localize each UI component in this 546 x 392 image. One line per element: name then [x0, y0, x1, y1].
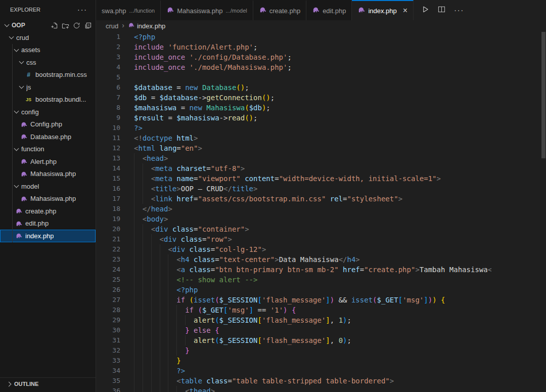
code-line[interactable]: 6$database = new Database(); [96, 82, 546, 93]
code-line[interactable]: 20<div class="container"> [96, 224, 546, 234]
js-file-icon: JS [25, 97, 32, 102]
tree-item-label: model [21, 183, 39, 190]
line-number: 35 [96, 376, 120, 386]
split-editor-button[interactable] [438, 6, 445, 15]
code-line[interactable]: 32} [96, 345, 546, 356]
code-line[interactable]: 26<?php [96, 285, 546, 295]
code-editor[interactable]: 1<?php2include 'function/Alert.php';3inc… [96, 31, 546, 392]
indent-guide [134, 356, 176, 366]
tab-mahasiswa-php[interactable]: Mahasiswa.php.../model [161, 0, 253, 20]
tree-item-mahasiswa-php[interactable]: Mahasiswa.php [0, 168, 96, 181]
refresh-icon[interactable] [73, 22, 80, 29]
code-line[interactable]: 1<?php [96, 32, 546, 42]
line-number: 31 [96, 335, 120, 345]
tab-edit-php[interactable]: edit.php [306, 0, 352, 20]
tree-item-edit-php[interactable]: edit.php [0, 217, 96, 230]
line-number: 3 [96, 52, 120, 62]
code-line[interactable]: 34?> [96, 366, 546, 376]
tree-item-label: crud [16, 34, 29, 41]
code-line[interactable]: 10?> [96, 123, 546, 133]
collapse-all-icon[interactable] [84, 22, 92, 29]
tree-item-assets[interactable]: assets [0, 44, 96, 57]
tree-item-create-php[interactable]: create.php [0, 205, 96, 217]
line-number: 24 [96, 265, 120, 275]
tree-item-config-php[interactable]: Config.php [0, 118, 96, 131]
indent-guide [134, 153, 143, 163]
code-line[interactable]: 8$mahasiswa = new Mahasiswa($db); [96, 103, 546, 113]
workspace-section-header[interactable]: OOP [0, 19, 96, 31]
code-line[interactable]: 3include_once './config/Database.php'; [96, 52, 546, 62]
minimap[interactable]: <?phpinclude 'function/Alert.php';includ… [491, 31, 541, 392]
line-number: 29 [96, 315, 120, 325]
code-line[interactable]: 33} [96, 356, 546, 366]
code-line[interactable]: 27if (isset($_SESSION['flash_message']) … [96, 295, 546, 305]
scrollbar[interactable] [541, 20, 546, 392]
editor-actions: ··· [414, 0, 546, 20]
tree-item-js[interactable]: js [0, 81, 96, 94]
code-line[interactable]: 24<a class="btn btn-primary btn-sm mb-2"… [96, 265, 546, 275]
new-file-icon[interactable] [51, 22, 58, 29]
code-line[interactable]: 18</head> [96, 204, 546, 214]
php-file-icon [20, 158, 27, 165]
code-line[interactable]: 36<thead> [96, 386, 546, 392]
editor-more-icon[interactable]: ··· [454, 6, 464, 14]
code-line[interactable]: 31alert($_SESSION['flash_message'], 0); [96, 335, 546, 345]
code-line[interactable]: 23<h4 class="text-center">Data Mahasiswa… [96, 254, 546, 265]
code-line[interactable]: 17<link href="assets/css/bootstrap.min.c… [96, 194, 546, 204]
indent-guide [134, 244, 168, 254]
php-file-icon [166, 6, 174, 15]
tree-item-alert-php[interactable]: Alert.php [0, 155, 96, 168]
close-icon[interactable]: × [403, 7, 407, 15]
tree-item-bootstrap-min-css[interactable]: #bootstrap.min.css [0, 69, 96, 81]
tree-item-mahasiswa-php[interactable]: Mahasiswa.php [0, 193, 96, 205]
code-line[interactable]: 12<html lang="en"> [96, 143, 546, 153]
scrollbar-thumb[interactable] [541, 32, 545, 158]
run-button[interactable] [422, 6, 429, 15]
tree-item-config[interactable]: config [0, 106, 96, 118]
code-line[interactable]: 9$result = $mahasiswa->read(); [96, 113, 546, 123]
tree-indent-guide [12, 44, 13, 242]
outline-section-header[interactable]: OUTLINE [0, 377, 96, 390]
indent-guide [134, 275, 176, 285]
code-line[interactable]: 7$db = $database->getConnection(); [96, 93, 546, 103]
code-line[interactable]: 5 [96, 72, 546, 82]
code-line[interactable]: 21<div class="row"> [96, 234, 546, 244]
tree-item-css[interactable]: css [0, 56, 96, 69]
tree-item-bootstrap-bundl[interactable]: JSbootstrap.bundl... [0, 94, 96, 106]
code-line[interactable]: 14<meta charset="utf-8"> [96, 163, 546, 173]
indent-guide [134, 366, 176, 376]
tree-item-function[interactable]: function [0, 143, 96, 156]
tree-item-model[interactable]: model [0, 180, 96, 193]
tree-item-label: Mahasiswa.php [30, 195, 76, 202]
explorer-more-icon[interactable]: ··· [77, 6, 87, 14]
line-number: 22 [96, 244, 120, 254]
tab-swa-php[interactable]: swa.php.../function [96, 0, 161, 20]
code-line[interactable]: 13<head> [96, 153, 546, 163]
breadcrumb[interactable]: crud › index.php [96, 20, 546, 31]
tree-item-crud[interactable]: crud [0, 31, 96, 44]
tab-create-php[interactable]: create.php [253, 0, 306, 20]
line-number: 12 [96, 143, 120, 153]
code-line[interactable]: 11<!doctype html> [96, 133, 546, 143]
line-number: 8 [96, 103, 120, 113]
code-line[interactable]: 35<table class="table table-stripped tab… [96, 376, 546, 386]
code-line[interactable]: 2include 'function/Alert.php'; [96, 42, 546, 52]
code-line[interactable]: 29alert($_SESSION['flash_message'], 1); [96, 315, 546, 325]
tree-item-label: Database.php [30, 133, 71, 141]
code-line[interactable]: 25<!-- show alert --> [96, 275, 546, 285]
code-line[interactable]: 22<div class="col-lg-12"> [96, 244, 546, 254]
breadcrumb-folder[interactable]: crud [106, 22, 118, 30]
tab-label: Mahasiswa.php [177, 7, 222, 15]
tree-item-database-php[interactable]: Database.php [0, 130, 96, 143]
tree-item-index-php[interactable]: index.php [0, 230, 96, 242]
new-folder-icon[interactable] [62, 22, 69, 29]
code-line[interactable]: 30} else { [96, 325, 546, 335]
indent-guide [134, 345, 185, 356]
code-line[interactable]: 28if ($_GET['msg'] == '1') { [96, 305, 546, 315]
tab-index-php[interactable]: index.php× [352, 0, 414, 20]
code-line[interactable]: 19<body> [96, 214, 546, 224]
code-line[interactable]: 4include_once './model/Mahasiswa.php'; [96, 62, 546, 72]
code-line[interactable]: 16<title>OOP – CRUD</title> [96, 184, 546, 194]
php-file-icon [312, 6, 320, 15]
code-line[interactable]: 15<meta name="viewport" content="width=d… [96, 173, 546, 184]
